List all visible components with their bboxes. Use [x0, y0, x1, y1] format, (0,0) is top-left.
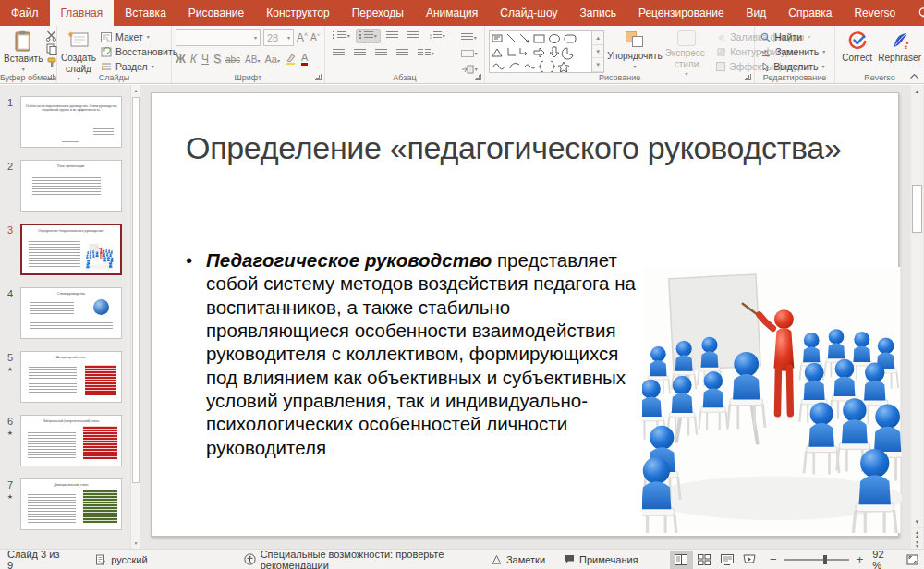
slide-thumbnail[interactable]: 7 ★ Демократический стиль: [0, 478, 131, 530]
tab-transitions[interactable]: Переходы: [341, 0, 415, 26]
arrange-button[interactable]: Упорядочить ▾: [607, 29, 663, 69]
shapes-gallery[interactable]: [489, 30, 592, 73]
align-left-button[interactable]: [329, 46, 348, 61]
language-button[interactable]: русский: [111, 554, 147, 565]
justify-button[interactable]: [393, 46, 412, 61]
gallery-more-icon[interactable]: ▼: [592, 58, 603, 72]
select-button[interactable]: Выделить ▾: [759, 60, 827, 73]
slide-title-text[interactable]: Определение «педагогического руководства…: [186, 130, 874, 166]
slide-scrollbar[interactable]: ▲ ▼ ▲▲ ▼▼: [911, 85, 923, 549]
font-color-button[interactable]: А: [301, 53, 308, 66]
layout-button[interactable]: Макет ▾: [99, 30, 179, 43]
font-size-combo[interactable]: 28▾: [263, 29, 294, 46]
reverso-rephraser-button[interactable]: Rephraser: [878, 29, 921, 64]
increase-indent-button[interactable]: [404, 29, 423, 43]
font-dialog-launcher[interactable]: [315, 74, 322, 80]
line-spacing-button[interactable]: ↕▾: [425, 29, 449, 43]
slide-thumbnail[interactable]: 1 Особенности педагогического руководств…: [0, 96, 131, 148]
paragraph-dialog-launcher[interactable]: [475, 74, 481, 80]
fit-slide-to-window-icon[interactable]: [906, 554, 918, 565]
columns-button[interactable]: ▾: [414, 46, 438, 61]
section-button[interactable]: Раздел ▾: [99, 60, 179, 73]
highlight-color-button[interactable]: [285, 54, 297, 65]
zoom-out-button[interactable]: −: [770, 552, 777, 566]
slide-thumbnail[interactable]: 4 Стили руководства: [0, 287, 131, 339]
tab-help[interactable]: Справка: [777, 0, 843, 26]
zoom-level[interactable]: 92 %: [872, 549, 894, 569]
accessibility-status[interactable]: Специальные возможности: проверьте реком…: [261, 549, 482, 569]
align-right-button[interactable]: [371, 46, 391, 61]
numbering-button[interactable]: ▾: [356, 29, 381, 43]
text-shadow-button[interactable]: S: [213, 53, 221, 66]
character-spacing-button[interactable]: АВ▾: [245, 54, 260, 65]
zoom-in-button[interactable]: +: [857, 552, 864, 566]
paste-button[interactable]: Вставить ▾: [4, 29, 43, 72]
gallery-up-icon[interactable]: ▲: [592, 31, 603, 45]
reset-button[interactable]: Восстановить: [99, 45, 179, 58]
scroll-down-icon[interactable]: ▼: [131, 538, 140, 549]
scroll-up-icon[interactable]: ▲: [911, 85, 923, 97]
thumbnail-scrollbar[interactable]: ▲ ▼: [130, 85, 140, 549]
tab-file[interactable]: Файл: [0, 0, 50, 26]
gallery-down-icon[interactable]: ▼: [592, 45, 603, 59]
italic-button[interactable]: К: [190, 53, 197, 66]
tab-slideshow[interactable]: Слайд-шоу: [489, 0, 568, 26]
bullets-button[interactable]: ▾: [329, 29, 354, 43]
format-painter-icon[interactable]: [45, 57, 57, 68]
scroll-down-icon[interactable]: ▼: [911, 515, 923, 527]
notes-button[interactable]: Заметки: [482, 550, 554, 569]
slide-thumbnail[interactable]: 6 ★ Либеральный (попустительский) стиль: [0, 415, 131, 466]
bold-button[interactable]: Ж: [176, 53, 186, 66]
zoom-slider-thumb[interactable]: [823, 555, 827, 564]
reading-view-button[interactable]: [715, 551, 738, 569]
cut-icon[interactable]: [45, 30, 57, 42]
find-button[interactable]: Найти: [759, 30, 827, 43]
copy-icon[interactable]: [45, 43, 57, 55]
scrollbar-thumb[interactable]: [912, 185, 922, 233]
replace-button[interactable]: ab Заменить ▾: [759, 45, 827, 58]
scrollbar-track[interactable]: [911, 97, 923, 517]
reverso-correct-button[interactable]: Correct: [839, 29, 875, 64]
tab-record[interactable]: Запись: [569, 0, 627, 26]
tab-view[interactable]: Вид: [736, 0, 778, 26]
underline-button[interactable]: Ч: [201, 53, 209, 66]
align-center-button[interactable]: [350, 46, 370, 61]
scrollbar-thumb[interactable]: [132, 97, 140, 483]
text-direction-button[interactable]: ▾: [457, 30, 481, 45]
zoom-slider[interactable]: [784, 559, 849, 561]
strikethrough-button[interactable]: abc: [225, 54, 240, 65]
shrink-font-button[interactable]: А˅: [310, 32, 320, 42]
font-name-combo[interactable]: ▾: [176, 29, 261, 46]
slide-sorter-view-button[interactable]: [693, 551, 716, 569]
slide-thumbnail[interactable]: 2 План презентации:: [0, 160, 131, 212]
shapes-gallery-scroll[interactable]: ▲ ▼ ▼: [592, 30, 604, 73]
collapse-ribbon-button[interactable]: [909, 73, 919, 79]
next-slide-button[interactable]: ▼▼: [911, 539, 923, 549]
normal-view-button[interactable]: [670, 551, 693, 569]
slide-thumbnail-selected[interactable]: 3 Определение «педагогического руководст…: [0, 224, 131, 275]
tab-review[interactable]: Рецензирование: [627, 0, 736, 26]
slideshow-view-button[interactable]: [738, 551, 761, 569]
tell-me-search[interactable]: Что вы хотите сделать?: [906, 0, 924, 26]
slide-thumbnail[interactable]: 5 ★ Авторитарный стиль: [0, 351, 131, 403]
tab-draw[interactable]: Рисование: [177, 0, 255, 26]
clipboard-dialog-launcher[interactable]: [47, 74, 54, 80]
tab-animations[interactable]: Анимация: [415, 0, 489, 26]
classroom-illustration[interactable]: [642, 267, 902, 533]
slide-body-text[interactable]: • Педагогическое руководство представляе…: [186, 248, 652, 459]
previous-slide-button[interactable]: ▲▲: [911, 528, 923, 539]
comments-button[interactable]: Примечания: [554, 550, 648, 569]
tab-design[interactable]: Конструктор: [255, 0, 340, 26]
spellcheck-icon[interactable]: [95, 554, 106, 565]
drawing-dialog-launcher[interactable]: [745, 74, 751, 80]
grow-font-button[interactable]: А˄: [297, 31, 308, 44]
quick-styles-button[interactable]: Экспресс-стили ▾: [665, 29, 709, 77]
scroll-up-icon[interactable]: ▲: [131, 85, 140, 96]
tab-insert[interactable]: Вставка: [114, 0, 177, 26]
align-text-button[interactable]: ▾: [457, 47, 481, 60]
tab-reverso[interactable]: Reverso: [843, 0, 906, 26]
slide[interactable]: Определение «педагогического руководства…: [151, 92, 899, 537]
accessibility-icon[interactable]: [244, 553, 256, 565]
tab-home[interactable]: Главная: [50, 0, 115, 26]
change-case-button[interactable]: Aa▾: [264, 54, 279, 65]
